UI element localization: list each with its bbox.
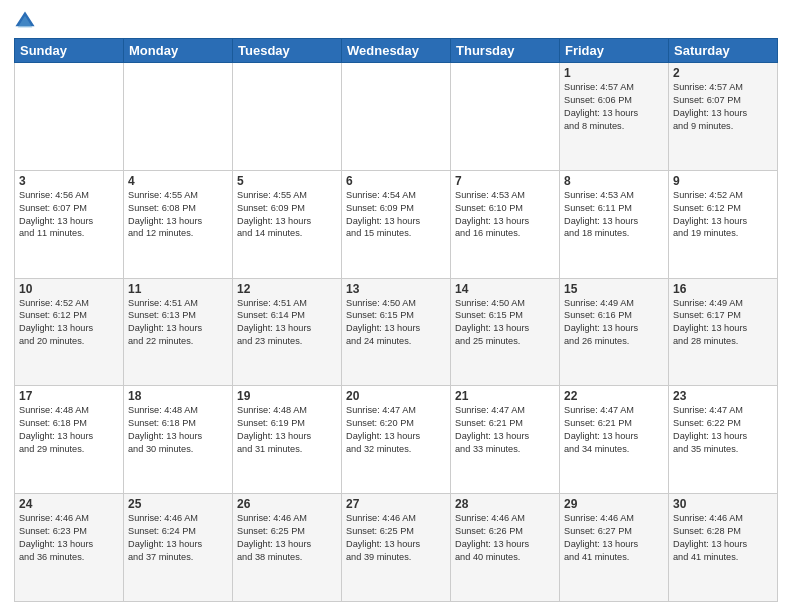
calendar-cell: 6Sunrise: 4:54 AM Sunset: 6:09 PM Daylig… [342, 170, 451, 278]
page: SundayMondayTuesdayWednesdayThursdayFrid… [0, 0, 792, 612]
day-info: Sunrise: 4:54 AM Sunset: 6:09 PM Dayligh… [346, 189, 446, 241]
calendar-cell [233, 63, 342, 171]
day-number: 6 [346, 174, 446, 188]
calendar-cell: 24Sunrise: 4:46 AM Sunset: 6:23 PM Dayli… [15, 494, 124, 602]
weekday-header-wednesday: Wednesday [342, 39, 451, 63]
day-number: 14 [455, 282, 555, 296]
day-number: 16 [673, 282, 773, 296]
day-info: Sunrise: 4:47 AM Sunset: 6:20 PM Dayligh… [346, 404, 446, 456]
calendar-cell: 14Sunrise: 4:50 AM Sunset: 6:15 PM Dayli… [451, 278, 560, 386]
calendar-cell: 5Sunrise: 4:55 AM Sunset: 6:09 PM Daylig… [233, 170, 342, 278]
calendar-cell: 22Sunrise: 4:47 AM Sunset: 6:21 PM Dayli… [560, 386, 669, 494]
calendar-cell: 8Sunrise: 4:53 AM Sunset: 6:11 PM Daylig… [560, 170, 669, 278]
calendar-cell: 1Sunrise: 4:57 AM Sunset: 6:06 PM Daylig… [560, 63, 669, 171]
calendar-cell [342, 63, 451, 171]
day-info: Sunrise: 4:57 AM Sunset: 6:06 PM Dayligh… [564, 81, 664, 133]
calendar-week-4: 17Sunrise: 4:48 AM Sunset: 6:18 PM Dayli… [15, 386, 778, 494]
day-info: Sunrise: 4:47 AM Sunset: 6:21 PM Dayligh… [455, 404, 555, 456]
day-number: 24 [19, 497, 119, 511]
calendar-cell: 15Sunrise: 4:49 AM Sunset: 6:16 PM Dayli… [560, 278, 669, 386]
day-number: 22 [564, 389, 664, 403]
day-number: 12 [237, 282, 337, 296]
day-number: 30 [673, 497, 773, 511]
calendar-table: SundayMondayTuesdayWednesdayThursdayFrid… [14, 38, 778, 602]
day-number: 3 [19, 174, 119, 188]
day-info: Sunrise: 4:50 AM Sunset: 6:15 PM Dayligh… [455, 297, 555, 349]
weekday-header-monday: Monday [124, 39, 233, 63]
logo-icon [14, 10, 36, 32]
calendar-cell: 13Sunrise: 4:50 AM Sunset: 6:15 PM Dayli… [342, 278, 451, 386]
day-info: Sunrise: 4:46 AM Sunset: 6:25 PM Dayligh… [237, 512, 337, 564]
weekday-header-saturday: Saturday [669, 39, 778, 63]
day-info: Sunrise: 4:52 AM Sunset: 6:12 PM Dayligh… [19, 297, 119, 349]
calendar-cell: 4Sunrise: 4:55 AM Sunset: 6:08 PM Daylig… [124, 170, 233, 278]
day-number: 10 [19, 282, 119, 296]
day-info: Sunrise: 4:56 AM Sunset: 6:07 PM Dayligh… [19, 189, 119, 241]
weekday-header-sunday: Sunday [15, 39, 124, 63]
day-number: 28 [455, 497, 555, 511]
calendar-cell: 23Sunrise: 4:47 AM Sunset: 6:22 PM Dayli… [669, 386, 778, 494]
calendar-cell: 28Sunrise: 4:46 AM Sunset: 6:26 PM Dayli… [451, 494, 560, 602]
calendar-cell: 12Sunrise: 4:51 AM Sunset: 6:14 PM Dayli… [233, 278, 342, 386]
day-info: Sunrise: 4:52 AM Sunset: 6:12 PM Dayligh… [673, 189, 773, 241]
day-info: Sunrise: 4:53 AM Sunset: 6:10 PM Dayligh… [455, 189, 555, 241]
day-info: Sunrise: 4:46 AM Sunset: 6:23 PM Dayligh… [19, 512, 119, 564]
day-info: Sunrise: 4:57 AM Sunset: 6:07 PM Dayligh… [673, 81, 773, 133]
calendar-cell: 3Sunrise: 4:56 AM Sunset: 6:07 PM Daylig… [15, 170, 124, 278]
calendar-week-5: 24Sunrise: 4:46 AM Sunset: 6:23 PM Dayli… [15, 494, 778, 602]
calendar-week-3: 10Sunrise: 4:52 AM Sunset: 6:12 PM Dayli… [15, 278, 778, 386]
calendar-cell: 9Sunrise: 4:52 AM Sunset: 6:12 PM Daylig… [669, 170, 778, 278]
calendar-cell [124, 63, 233, 171]
logo [14, 10, 38, 32]
calendar-cell: 29Sunrise: 4:46 AM Sunset: 6:27 PM Dayli… [560, 494, 669, 602]
day-number: 20 [346, 389, 446, 403]
calendar-cell: 25Sunrise: 4:46 AM Sunset: 6:24 PM Dayli… [124, 494, 233, 602]
day-info: Sunrise: 4:48 AM Sunset: 6:19 PM Dayligh… [237, 404, 337, 456]
day-number: 29 [564, 497, 664, 511]
calendar-cell: 2Sunrise: 4:57 AM Sunset: 6:07 PM Daylig… [669, 63, 778, 171]
day-info: Sunrise: 4:49 AM Sunset: 6:16 PM Dayligh… [564, 297, 664, 349]
day-info: Sunrise: 4:47 AM Sunset: 6:22 PM Dayligh… [673, 404, 773, 456]
day-number: 19 [237, 389, 337, 403]
calendar-cell: 19Sunrise: 4:48 AM Sunset: 6:19 PM Dayli… [233, 386, 342, 494]
calendar-cell: 17Sunrise: 4:48 AM Sunset: 6:18 PM Dayli… [15, 386, 124, 494]
day-number: 23 [673, 389, 773, 403]
calendar-cell: 7Sunrise: 4:53 AM Sunset: 6:10 PM Daylig… [451, 170, 560, 278]
calendar-week-1: 1Sunrise: 4:57 AM Sunset: 6:06 PM Daylig… [15, 63, 778, 171]
day-info: Sunrise: 4:48 AM Sunset: 6:18 PM Dayligh… [19, 404, 119, 456]
calendar-cell [15, 63, 124, 171]
weekday-header-thursday: Thursday [451, 39, 560, 63]
day-info: Sunrise: 4:48 AM Sunset: 6:18 PM Dayligh… [128, 404, 228, 456]
calendar-cell: 27Sunrise: 4:46 AM Sunset: 6:25 PM Dayli… [342, 494, 451, 602]
day-number: 9 [673, 174, 773, 188]
day-number: 5 [237, 174, 337, 188]
day-number: 27 [346, 497, 446, 511]
day-number: 2 [673, 66, 773, 80]
day-info: Sunrise: 4:46 AM Sunset: 6:26 PM Dayligh… [455, 512, 555, 564]
calendar-cell: 16Sunrise: 4:49 AM Sunset: 6:17 PM Dayli… [669, 278, 778, 386]
day-number: 26 [237, 497, 337, 511]
day-info: Sunrise: 4:55 AM Sunset: 6:08 PM Dayligh… [128, 189, 228, 241]
calendar-cell: 26Sunrise: 4:46 AM Sunset: 6:25 PM Dayli… [233, 494, 342, 602]
day-info: Sunrise: 4:49 AM Sunset: 6:17 PM Dayligh… [673, 297, 773, 349]
day-number: 11 [128, 282, 228, 296]
day-number: 8 [564, 174, 664, 188]
day-number: 4 [128, 174, 228, 188]
calendar-cell: 10Sunrise: 4:52 AM Sunset: 6:12 PM Dayli… [15, 278, 124, 386]
day-info: Sunrise: 4:46 AM Sunset: 6:24 PM Dayligh… [128, 512, 228, 564]
day-info: Sunrise: 4:53 AM Sunset: 6:11 PM Dayligh… [564, 189, 664, 241]
calendar-week-2: 3Sunrise: 4:56 AM Sunset: 6:07 PM Daylig… [15, 170, 778, 278]
page-header [14, 10, 778, 32]
day-number: 15 [564, 282, 664, 296]
day-info: Sunrise: 4:46 AM Sunset: 6:28 PM Dayligh… [673, 512, 773, 564]
day-number: 1 [564, 66, 664, 80]
day-info: Sunrise: 4:47 AM Sunset: 6:21 PM Dayligh… [564, 404, 664, 456]
calendar-cell: 18Sunrise: 4:48 AM Sunset: 6:18 PM Dayli… [124, 386, 233, 494]
day-info: Sunrise: 4:46 AM Sunset: 6:25 PM Dayligh… [346, 512, 446, 564]
weekday-header-friday: Friday [560, 39, 669, 63]
calendar-header-row: SundayMondayTuesdayWednesdayThursdayFrid… [15, 39, 778, 63]
calendar-cell [451, 63, 560, 171]
day-number: 25 [128, 497, 228, 511]
calendar-cell: 30Sunrise: 4:46 AM Sunset: 6:28 PM Dayli… [669, 494, 778, 602]
day-number: 17 [19, 389, 119, 403]
